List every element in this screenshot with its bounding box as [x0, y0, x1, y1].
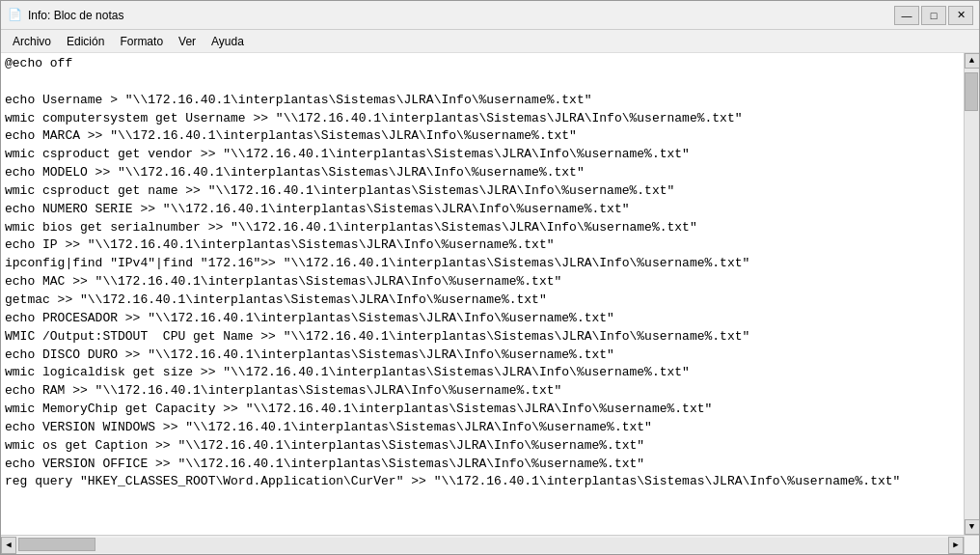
window-title: Info: Bloc de notas — [28, 9, 123, 22]
minimize-button[interactable]: — — [894, 6, 919, 25]
status-bar: ◀ ▶ — [1, 535, 979, 554]
menu-archivo[interactable]: Archivo — [5, 33, 59, 50]
menu-ayuda[interactable]: Ayuda — [204, 33, 252, 50]
scroll-track-horizontal[interactable] — [16, 538, 948, 553]
maximize-button[interactable]: □ — [921, 6, 946, 25]
vertical-scrollbar[interactable]: ▲ ▼ — [964, 53, 979, 535]
scroll-left-arrow[interactable]: ◀ — [1, 537, 16, 554]
close-button[interactable]: ✕ — [948, 6, 973, 25]
title-bar-controls: — □ ✕ — [894, 6, 973, 25]
title-bar: 📄 Info: Bloc de notas — □ ✕ — [1, 1, 979, 30]
text-editor[interactable]: @echo off echo Username > "\\172.16.40.1… — [1, 53, 964, 535]
scroll-thumb-horizontal[interactable] — [18, 538, 95, 551]
scroll-down-arrow[interactable]: ▼ — [965, 519, 980, 535]
menu-bar: Archivo Edición Formato Ver Ayuda — [1, 30, 979, 53]
menu-ver[interactable]: Ver — [171, 33, 204, 50]
menu-edicion[interactable]: Edición — [59, 33, 112, 50]
scroll-right-arrow[interactable]: ▶ — [948, 537, 964, 554]
resize-corner — [964, 537, 979, 554]
title-bar-left: 📄 Info: Bloc de notas — [7, 8, 123, 23]
scroll-up-arrow[interactable]: ▲ — [965, 53, 980, 69]
notepad-icon: 📄 — [7, 8, 22, 23]
scroll-thumb-vertical[interactable] — [965, 72, 978, 111]
notepad-window: 📄 Info: Bloc de notas — □ ✕ Archivo Edic… — [0, 0, 980, 555]
scroll-track-vertical[interactable] — [965, 69, 979, 519]
editor-area: @echo off echo Username > "\\172.16.40.1… — [1, 53, 979, 535]
horizontal-scrollbar[interactable]: ◀ ▶ — [1, 537, 964, 554]
menu-formato[interactable]: Formato — [112, 33, 171, 50]
